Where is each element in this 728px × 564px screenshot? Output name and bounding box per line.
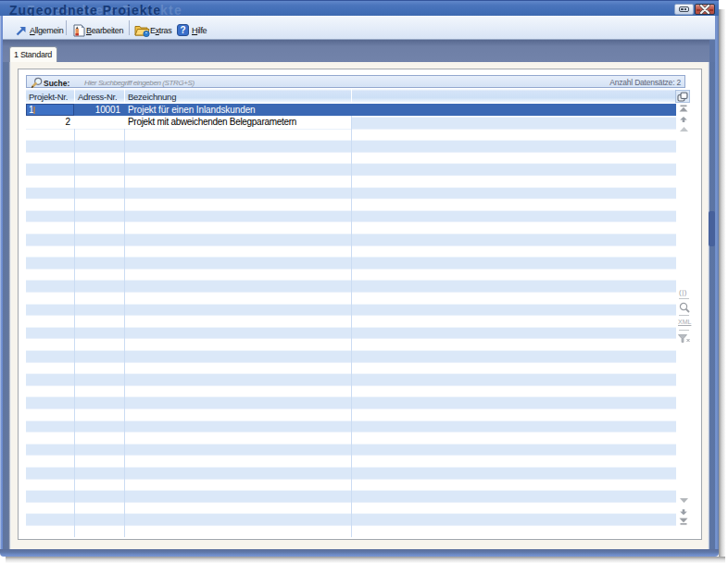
svg-text:?: ? xyxy=(180,25,185,35)
